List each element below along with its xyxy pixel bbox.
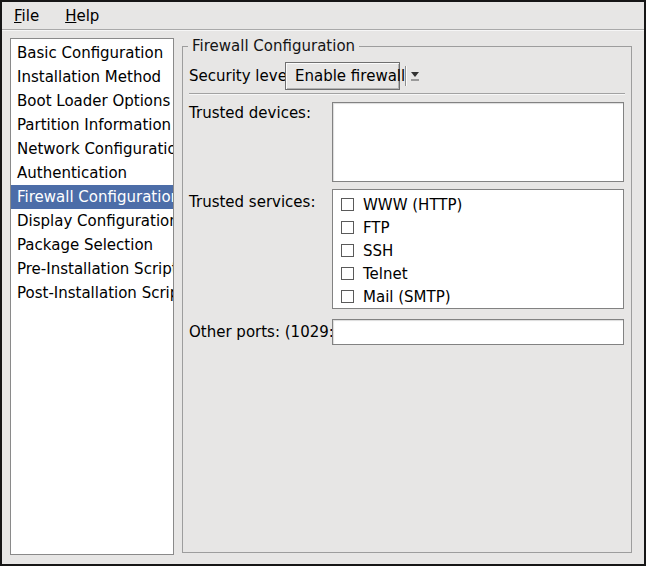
sidebar-item-installation-method[interactable]: Installation Method bbox=[11, 65, 173, 89]
sidebar-item-pre-installation-script[interactable]: Pre-Installation Script bbox=[11, 257, 173, 281]
trusted-services-label: Trusted services: bbox=[189, 192, 315, 212]
menu-file[interactable]: File bbox=[11, 5, 42, 27]
sidebar-item-firewall-configuration[interactable]: Firewall Configuration bbox=[11, 185, 173, 209]
service-label: WWW (HTTP) bbox=[363, 196, 462, 214]
security-level-label: Security level: bbox=[189, 62, 296, 90]
menu-help-label: elp bbox=[76, 7, 99, 25]
sidebar-item-partition-information[interactable]: Partition Information bbox=[11, 113, 173, 137]
menu-file-mnemonic: F bbox=[14, 7, 22, 25]
sidebar-item-display-configuration[interactable]: Display Configuration bbox=[11, 209, 173, 233]
menu-help-mnemonic: H bbox=[65, 7, 76, 25]
mail-smtp-checkbox[interactable] bbox=[341, 290, 354, 303]
service-label: SSH bbox=[363, 242, 393, 260]
service-row-www-http[interactable]: WWW (HTTP) bbox=[333, 193, 623, 216]
service-label: Telnet bbox=[363, 265, 408, 283]
www-http-checkbox[interactable] bbox=[341, 198, 354, 211]
menu-bar: File Help bbox=[2, 2, 644, 30]
other-ports-input[interactable] bbox=[332, 319, 624, 345]
service-row-telnet[interactable]: Telnet bbox=[333, 262, 623, 285]
sidebar-item-boot-loader-options[interactable]: Boot Loader Options bbox=[11, 89, 173, 113]
sidebar-item-post-installation-script[interactable]: Post-Installation Script bbox=[11, 281, 173, 305]
security-level-value: Enable firewall bbox=[286, 67, 405, 85]
service-row-mail-smtp[interactable]: Mail (SMTP) bbox=[333, 285, 623, 308]
ssh-checkbox[interactable] bbox=[341, 244, 354, 257]
ftp-checkbox[interactable] bbox=[341, 221, 354, 234]
sidebar-item-authentication[interactable]: Authentication bbox=[11, 161, 173, 185]
chevron-down-icon bbox=[411, 72, 419, 81]
frame-title: Firewall Configuration bbox=[188, 37, 359, 55]
firewall-configuration-frame: Firewall Configuration Security level: E… bbox=[182, 46, 632, 553]
sidebar-item-package-selection[interactable]: Package Selection bbox=[11, 233, 173, 257]
service-row-ssh[interactable]: SSH bbox=[333, 239, 623, 262]
telnet-checkbox[interactable] bbox=[341, 267, 354, 280]
security-level-dropdown[interactable]: Enable firewall bbox=[285, 62, 400, 90]
menu-file-label: ile bbox=[22, 7, 40, 25]
service-label: FTP bbox=[363, 219, 390, 237]
service-row-ftp[interactable]: FTP bbox=[333, 216, 623, 239]
sidebar-item-basic-configuration[interactable]: Basic Configuration bbox=[11, 41, 173, 65]
trusted-services-list: WWW (HTTP) FTP SSH Telnet Mail (SMTP) bbox=[332, 189, 624, 309]
sidebar-item-network-configuration[interactable]: Network Configuration bbox=[11, 137, 173, 161]
section-list: Basic Configuration Installation Method … bbox=[10, 38, 174, 555]
service-label: Mail (SMTP) bbox=[363, 288, 451, 306]
trusted-devices-list[interactable] bbox=[332, 102, 624, 182]
kickstart-configurator-window: File Help Basic Configuration Installati… bbox=[0, 0, 646, 566]
trusted-devices-label: Trusted devices: bbox=[189, 103, 311, 123]
horizontal-separator bbox=[189, 93, 625, 95]
dropdown-separator bbox=[405, 66, 407, 86]
menu-help[interactable]: Help bbox=[62, 5, 102, 27]
